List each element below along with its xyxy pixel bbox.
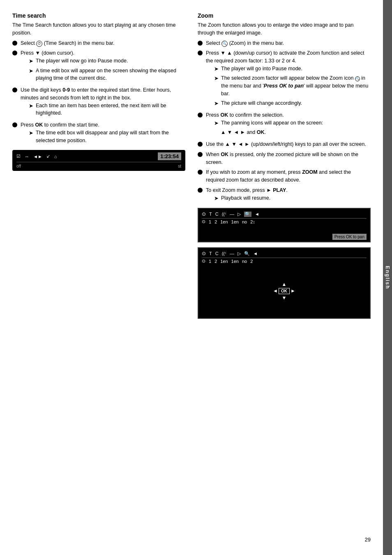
z-bullet-7: To exit Zoom mode, press ► PLAY. ➤ Playb… <box>198 187 371 204</box>
zoom-s2-t: T <box>209 251 212 256</box>
page-number: 29 <box>365 537 371 543</box>
arrow-icon: ➤ <box>214 99 219 108</box>
menubar-bottom: off st <box>16 164 181 168</box>
ts-sub-2b-text: A time edit box will appear on the scree… <box>36 67 185 83</box>
zoom-icon: 🔍 <box>221 41 228 47</box>
arrow-icon: ➤ <box>214 65 219 73</box>
bullet-dot <box>198 51 203 55</box>
zoom-screen2-values: ⊙ 1 2 1en 1en no 2 <box>202 258 367 265</box>
zoom-screen1-values: ⊙ 1 2 1en 1en no 2↕ <box>202 219 367 226</box>
time-search-bullets: Select ⏱ (Time Search) in the menu bar. … <box>12 39 185 146</box>
bullet-dot <box>12 88 17 92</box>
bullet-dot <box>198 41 203 46</box>
ts-bullet-1-text: Select ⏱ (Time Search) in the menu bar. <box>21 39 185 47</box>
zoom-s1-c: C <box>215 212 219 216</box>
mb-icon-1: ☑ <box>16 154 21 159</box>
z1v-2x: 2↕ <box>250 219 255 224</box>
ts-bullet-2-text: Press ▼ (down cursor). ➤ The player will… <box>21 49 185 84</box>
z1v-1en: 1en <box>220 219 228 224</box>
arrow-icon: ➤ <box>214 194 219 203</box>
zoom-s1-play: ▷ <box>238 212 241 217</box>
two-column-layout: Time search The Time Search function all… <box>12 12 371 528</box>
ts-sub-3a-text: Each time an item has been entered, the … <box>36 102 185 117</box>
arrow-icon: ➤ <box>29 102 33 110</box>
arrow-icon: ➤ <box>29 129 33 137</box>
z-bullet-2: Press ▼ ▲ (down/up cursor) to activate t… <box>198 49 371 109</box>
ts-bullet-4-text: Press OK to confirm the start time. ➤ Th… <box>21 121 185 146</box>
arrow-icon: ➤ <box>29 67 33 75</box>
zoom-screen-1: ⊙ T C ((ᶜ — ▷ 🔍 ◄ ⊙ 1 2 1en 1en <box>198 208 371 242</box>
z2v-1en: 1en <box>220 259 228 264</box>
ts-sub-2a: ➤ The player will now go into Pause mode… <box>21 57 185 65</box>
z-sub-3a: ➤ The panning icons will appear on the s… <box>206 119 371 127</box>
bullet-dot <box>198 113 203 117</box>
mb-label-off: off <box>16 164 21 168</box>
z-bullet-5-text: When OK is pressed, only the zoomed pict… <box>206 151 371 166</box>
ts-bullet-2: Press ▼ (down cursor). ➤ The player will… <box>12 49 185 84</box>
zoom-s1-t: T <box>209 212 212 216</box>
z1v-1: 1 <box>209 219 211 224</box>
zoom-screen1-menubar: ⊙ T C ((ᶜ — ▷ 🔍 ◄ <box>202 211 367 219</box>
bullet-dot <box>198 152 203 157</box>
nav-down-arrow: ▼ <box>282 295 287 301</box>
zoom-icon-inline: 🔍 <box>355 76 360 81</box>
zoom-screen2-menubar: ⊙ T C ((ᶜ — ▷ 🔍 ◄ <box>202 251 367 258</box>
z-bullet-3: Press OK to confirm the selection. ➤ The… <box>198 111 371 138</box>
z-sub-2c-text: The picture will change accordingly. <box>221 99 302 107</box>
nav-left-arrow: ◄ <box>273 288 278 294</box>
zoom-s1-arrow: ◄ <box>255 212 259 216</box>
zoom-bullets: Select 🔍 (Zoom) in the menu bar. Press ▼… <box>198 39 371 204</box>
z-sub-3b: ▲ ▼ ◄ ► and OK. <box>206 129 371 136</box>
nav-row: ◄ OK ► <box>273 288 295 294</box>
z2v-2: 2 <box>250 259 253 264</box>
bullet-dot <box>12 122 17 127</box>
zoom-s2-arrow: ◄ <box>253 251 258 256</box>
ts-sub-4a-text: The time edit box will disappear and pla… <box>36 129 185 145</box>
time-search-section: Time search The Time Search function all… <box>12 12 185 528</box>
english-tab-label: English <box>385 266 390 289</box>
z1v-disc: ⊙ <box>202 219 205 224</box>
ok-button-label: OK <box>279 288 290 294</box>
time-search-icon: ⏱ <box>36 41 42 47</box>
zoom-screen2-content: ▲ ◄ OK ► ▼ <box>202 266 367 315</box>
z-sub-3a-text: The panning icons will appear on the scr… <box>221 119 323 127</box>
ts-sub-3a: ➤ Each time an item has been entered, th… <box>21 102 185 117</box>
z-sub-2c: ➤ The picture will change accordingly. <box>206 99 371 108</box>
z-bullet-6: If you wish to zoom at any moment, press… <box>198 168 371 184</box>
z-bullet-5: When OK is pressed, only the zoomed pict… <box>198 151 371 166</box>
ts-bullet-4: Press OK to confirm the start time. ➤ Th… <box>12 121 185 146</box>
ts-bullet-3-text: Use the digit keys 0-9 to enter the requ… <box>21 86 185 119</box>
zoom-s2-audio: ((ᶜ <box>222 251 226 256</box>
zoom-s2-zoom: 🔍 <box>244 251 250 256</box>
ts-bullet-1: Select ⏱ (Time Search) in the menu bar. <box>12 39 185 47</box>
mb-label-st: st <box>178 164 181 168</box>
z-bullet-4: Use the ▲ ▼ ◄ ► (up/down/left/right) key… <box>198 140 371 148</box>
main-content: Time search The Time Search function all… <box>0 0 383 555</box>
z-bullet-2-text: Press ▼ ▲ (down/up cursor) to activate t… <box>206 49 371 109</box>
z-bullet-7-text: To exit Zoom mode, press ► PLAY. ➤ Playb… <box>206 187 371 204</box>
ts-bullet-3: Use the digit keys 0-9 to enter the requ… <box>12 86 185 119</box>
arrow-icon: ➤ <box>214 119 219 127</box>
time-search-title: Time search <box>12 12 185 19</box>
english-tab: English <box>383 0 392 555</box>
zoom-s2-play: ▷ <box>238 251 241 256</box>
z-bullet-1: Select 🔍 (Zoom) in the menu bar. <box>198 39 371 47</box>
z-sub-3b-text: ▲ ▼ ◄ ► and OK. <box>214 129 266 136</box>
bullet-dot <box>198 142 203 147</box>
bullet-dot <box>12 41 17 46</box>
press-ok-to-pan-label: Press OK to pan <box>332 234 367 240</box>
nav-control: ▲ ◄ OK ► ▼ <box>273 281 295 301</box>
zoom-s2-disc: ⊙ <box>202 251 206 256</box>
zoom-s1-disc: ⊙ <box>202 211 206 217</box>
arrow-icon: ➤ <box>214 74 219 83</box>
z-sub-2b: ➤ The selected zoom factor will appear b… <box>206 74 371 97</box>
zoom-s2-sub: — <box>230 251 234 256</box>
zoom-s1-sub: — <box>230 212 234 216</box>
time-display: 1:23:54 <box>158 152 181 160</box>
bullet-dot <box>12 51 17 55</box>
mb-icon-5: ⌂ <box>54 154 57 159</box>
z2v-1en2: 1en <box>231 259 239 264</box>
time-search-intro: The Time Search function allows you to s… <box>12 21 185 37</box>
z2v-no: no <box>242 259 247 264</box>
zoom-title: Zoom <box>198 12 371 19</box>
